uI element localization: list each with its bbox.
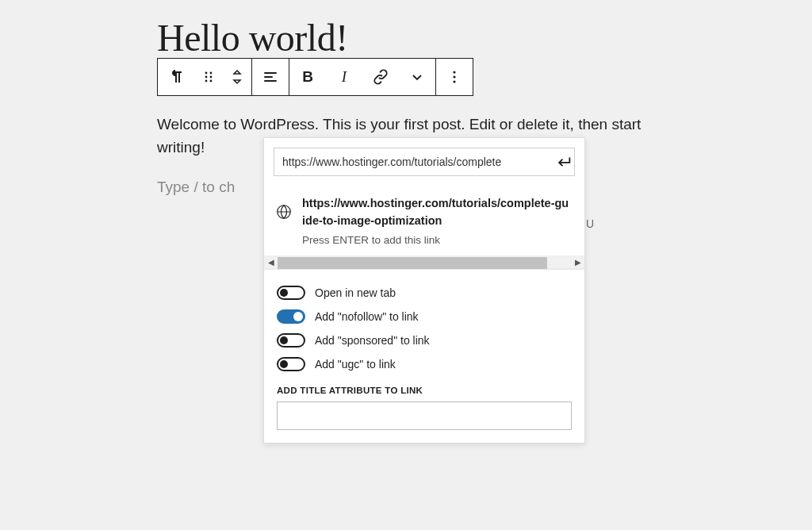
scroll-thumb[interactable] bbox=[278, 257, 547, 269]
link-button[interactable] bbox=[362, 59, 399, 95]
toggle-label: Open in new tab bbox=[315, 286, 396, 299]
toggle-label: Add "nofollow" to link bbox=[315, 310, 419, 323]
align-left-icon bbox=[261, 67, 280, 86]
svg-point-2 bbox=[205, 76, 208, 79]
move-up-down-icon bbox=[228, 67, 247, 86]
scroll-right-arrow[interactable]: ▶ bbox=[571, 255, 584, 269]
svg-point-5 bbox=[210, 80, 213, 83]
horizontal-scrollbar[interactable]: ◀ ▶ bbox=[264, 255, 584, 269]
toggle-sponsored[interactable] bbox=[277, 333, 305, 348]
toggle-new-tab[interactable] bbox=[277, 286, 305, 300]
toolbar-group-align bbox=[252, 59, 289, 95]
toggle-ugc[interactable] bbox=[277, 357, 305, 371]
chevron-down-icon bbox=[408, 67, 427, 86]
toolbar-group-inline: B I bbox=[289, 59, 436, 95]
link-suggestion[interactable]: https://www.hostinger.com/tutorials/comp… bbox=[264, 186, 584, 255]
title-attr-input[interactable] bbox=[277, 401, 572, 430]
link-options: Open in new tab Add "nofollow" to link A… bbox=[264, 269, 584, 443]
bold-button[interactable]: B bbox=[289, 59, 326, 95]
svg-point-0 bbox=[205, 72, 208, 75]
svg-point-6 bbox=[453, 71, 455, 73]
enter-icon bbox=[555, 153, 573, 171]
toolbar-group-options bbox=[436, 59, 473, 95]
svg-point-1 bbox=[210, 72, 213, 75]
link-input-row: https://www.hostinger.com/tutorials/comp… bbox=[264, 138, 584, 186]
suggestion-hint: Press ENTER to add this link bbox=[302, 234, 572, 246]
scroll-track[interactable] bbox=[278, 256, 571, 268]
svg-point-4 bbox=[205, 80, 208, 83]
more-inline-button[interactable] bbox=[399, 59, 435, 95]
svg-point-3 bbox=[210, 76, 213, 79]
drag-handle[interactable] bbox=[194, 59, 223, 95]
italic-button[interactable]: I bbox=[326, 59, 362, 95]
block-type-button[interactable] bbox=[158, 59, 194, 95]
suggestion-url: https://www.hostinger.com/tutorials/comp… bbox=[302, 195, 572, 230]
toolbar-group-block bbox=[158, 59, 252, 95]
link-icon bbox=[371, 67, 390, 86]
scroll-left-arrow[interactable]: ◀ bbox=[264, 255, 278, 269]
paragraph-icon bbox=[167, 67, 186, 86]
toggle-row-sponsored: Add "sponsored" to link bbox=[277, 328, 572, 352]
toggle-nofollow[interactable] bbox=[277, 309, 305, 324]
link-url-input[interactable]: https://www.hostinger.com/tutorials/comp… bbox=[274, 148, 575, 176]
globe-icon bbox=[275, 203, 293, 221]
move-buttons[interactable] bbox=[223, 59, 251, 95]
more-vertical-icon bbox=[445, 67, 464, 86]
toggle-label: Add "sponsored" to link bbox=[315, 334, 430, 347]
block-placeholder[interactable]: Type / to ch bbox=[157, 179, 235, 196]
drag-icon bbox=[199, 67, 218, 86]
svg-point-8 bbox=[453, 80, 455, 83]
toggle-row-ugc: Add "ugc" to link bbox=[277, 352, 572, 376]
block-toolbar: B I bbox=[157, 58, 473, 96]
post-title[interactable]: Hello world! bbox=[157, 16, 348, 60]
align-button[interactable] bbox=[252, 59, 289, 95]
suggestion-badge: U bbox=[586, 217, 594, 230]
link-panel: https://www.hostinger.com/tutorials/comp… bbox=[263, 137, 585, 444]
submit-link-button[interactable] bbox=[553, 151, 575, 173]
suggestion-text: https://www.hostinger.com/tutorials/comp… bbox=[302, 195, 572, 246]
toggle-label: Add "ugc" to link bbox=[315, 358, 396, 371]
toggle-row-new-tab: Open in new tab bbox=[277, 281, 572, 305]
toggle-row-nofollow: Add "nofollow" to link bbox=[277, 305, 572, 328]
block-options-button[interactable] bbox=[436, 59, 473, 95]
title-attr-label: ADD TITLE ATTRIBUTE TO LINK bbox=[277, 386, 572, 395]
svg-point-7 bbox=[453, 75, 455, 78]
